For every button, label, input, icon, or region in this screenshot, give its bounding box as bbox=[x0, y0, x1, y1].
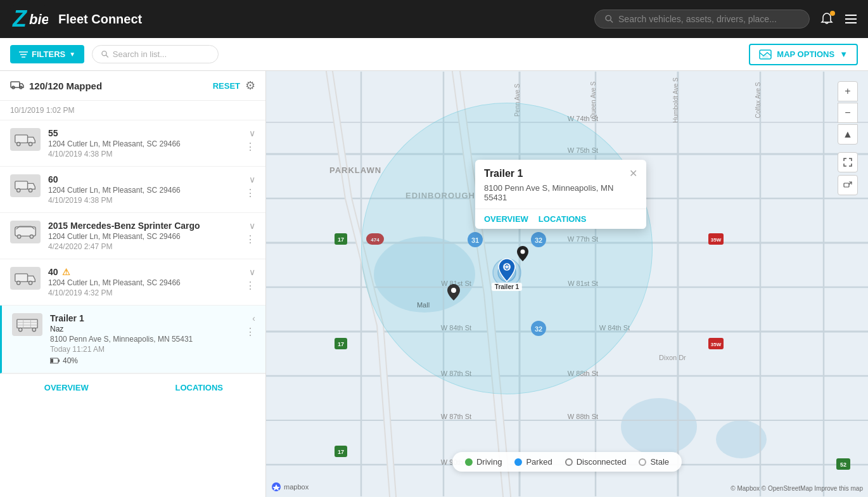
zoom-in-button[interactable]: + bbox=[838, 81, 858, 101]
svg-text:W 75th St: W 75th St bbox=[568, 146, 598, 154]
svg-point-29 bbox=[29, 281, 32, 285]
pin-label: Trailer 1 bbox=[492, 283, 522, 291]
svg-point-36 bbox=[32, 328, 35, 331]
svg-text:W 84th St: W 84th St bbox=[441, 324, 471, 332]
vehicle-address: 8100 Penn Ave S, Minneapolis, MN 55431 bbox=[50, 335, 238, 344]
svg-text:W 84th St: W 84th St bbox=[599, 324, 630, 332]
vehicle-info: 2015 Mercedes-Benz Sprinter Cargo 1204 C… bbox=[48, 221, 238, 251]
svg-point-20 bbox=[29, 143, 32, 146]
more-button[interactable]: ⋮ bbox=[245, 233, 255, 245]
header: Z bie Fleet Connect bbox=[0, 0, 868, 38]
svg-text:PARKLAWN: PARKLAWN bbox=[329, 165, 381, 175]
vehicle-thumb bbox=[10, 221, 41, 243]
map-options-button[interactable]: MAP OPTIONS ▼ bbox=[749, 44, 858, 65]
toolbar: FILTERS ▼ MAP OPTIONS ▼ bbox=[0, 38, 868, 71]
popup-overview-button[interactable]: OVERVIEW bbox=[484, 214, 528, 224]
parked-label: Parked bbox=[526, 457, 552, 467]
svg-text:EDINBOROUGH: EDINBOROUGH bbox=[405, 191, 475, 200]
svg-text:W 77th St: W 77th St bbox=[568, 235, 598, 243]
fullscreen-button[interactable] bbox=[838, 152, 858, 172]
vehicle-item[interactable]: 55 1204 Cutler Ln, Mt Pleasant, SC 29466… bbox=[0, 120, 265, 167]
map-controls: + − ▲ bbox=[838, 81, 858, 195]
vehicle-item[interactable]: 2015 Mercedes-Benz Sprinter Cargo 1204 C… bbox=[0, 213, 265, 259]
popup-actions: OVERVIEW LOCATIONS bbox=[475, 209, 646, 229]
popup-close-button[interactable]: ✕ bbox=[629, 167, 637, 179]
disconnected-label: Disconnected bbox=[577, 457, 627, 467]
svg-text:bie: bie bbox=[29, 11, 48, 27]
svg-rect-21 bbox=[15, 181, 28, 190]
list-search-input[interactable] bbox=[113, 49, 209, 59]
vehicle-item-selected[interactable]: Trailer 1 Naz 8100 Penn Ave S, Minneapol… bbox=[0, 306, 265, 373]
expand-button[interactable]: ∨ bbox=[249, 267, 255, 277]
mapbox-icon bbox=[271, 482, 281, 492]
vehicle-driver: Naz bbox=[50, 325, 238, 333]
battery-icon bbox=[50, 358, 60, 364]
fit-bounds-button[interactable] bbox=[838, 175, 858, 195]
vehicle-info: 60 1204 Cutler Ln, Mt Pleasant, SC 29466… bbox=[48, 174, 238, 205]
notification-button[interactable] bbox=[820, 12, 834, 26]
vehicle-address: 1204 Cutler Ln, Mt Pleasant, SC 29466 bbox=[48, 186, 238, 195]
north-button[interactable]: ▲ bbox=[838, 124, 858, 145]
expand-button[interactable]: ∨ bbox=[249, 174, 255, 184]
vehicle-name: 2015 Mercedes-Benz Sprinter Cargo bbox=[48, 221, 238, 231]
map-background: 31 32 32 17 17 17 W 74th St W 75th St W … bbox=[266, 71, 868, 497]
svg-rect-18 bbox=[15, 135, 28, 143]
item-actions: ∨ ⋮ bbox=[245, 267, 255, 292]
popup-header: Trailer 1 ✕ bbox=[475, 160, 646, 183]
date-entry: 10/1/2019 1:02 PM bbox=[0, 101, 265, 120]
expand-button[interactable]: ∨ bbox=[249, 221, 255, 231]
header-icons bbox=[820, 12, 858, 26]
svg-point-12 bbox=[102, 51, 106, 56]
map-pin-secondary[interactable] bbox=[516, 245, 529, 264]
reset-button[interactable]: RESET bbox=[213, 81, 240, 91]
svg-line-5 bbox=[610, 20, 613, 23]
popup-address: 8100 Penn Ave S, Minneapolis, MN 55431 bbox=[475, 183, 646, 209]
svg-point-25 bbox=[17, 235, 20, 238]
vehicle-time: 4/10/2019 4:38 PM bbox=[48, 196, 238, 205]
vehicle-item[interactable]: 60 1204 Cutler Ln, Mt Pleasant, SC 29466… bbox=[0, 167, 265, 213]
global-search[interactable] bbox=[594, 10, 810, 29]
popup-locations-button[interactable]: LOCATIONS bbox=[539, 214, 587, 224]
mapped-count: 120/120 Mapped bbox=[29, 81, 208, 91]
toolbar-right: MAP OPTIONS ▼ bbox=[749, 44, 858, 65]
vehicle-time: 4/10/2019 4:32 PM bbox=[48, 288, 238, 297]
map-options-chevron: ▼ bbox=[839, 49, 848, 59]
vehicle-header-icon bbox=[10, 79, 24, 93]
overview-button[interactable]: OVERVIEW bbox=[0, 379, 133, 396]
map-pin-mall[interactable] bbox=[447, 283, 461, 301]
legend-parked: Parked bbox=[514, 457, 552, 467]
item-actions: ‹ ⋮ bbox=[245, 313, 255, 338]
svg-rect-27 bbox=[15, 274, 28, 282]
warning-icon: ⚠ bbox=[62, 267, 70, 277]
svg-point-22 bbox=[17, 189, 20, 192]
menu-button[interactable] bbox=[844, 12, 858, 26]
svg-text:32: 32 bbox=[535, 325, 542, 333]
vehicle-name: 55 bbox=[48, 128, 238, 138]
vehicle-thumb bbox=[10, 174, 41, 197]
filters-button[interactable]: FILTERS ▼ bbox=[10, 45, 84, 63]
zoom-out-button[interactable]: − bbox=[838, 103, 858, 123]
more-button[interactable]: ⋮ bbox=[245, 326, 255, 338]
settings-icon[interactable]: ⚙ bbox=[245, 79, 255, 93]
vehicle-battery: 40% bbox=[50, 356, 238, 365]
global-search-input[interactable] bbox=[618, 14, 799, 24]
svg-text:17: 17 bbox=[338, 236, 344, 243]
vehicle-thumb bbox=[10, 128, 41, 151]
vehicle-thumb bbox=[12, 313, 42, 336]
more-button[interactable]: ⋮ bbox=[245, 141, 255, 153]
main-layout: 120/120 Mapped RESET ⚙ 10/1/2019 1:02 PM bbox=[0, 71, 868, 497]
expand-button[interactable]: ‹ bbox=[252, 313, 255, 323]
vehicle-item[interactable]: 40 ⚠ 1204 Cutler Ln, Mt Pleasant, SC 294… bbox=[0, 259, 265, 306]
svg-point-4 bbox=[606, 15, 611, 20]
svg-rect-106 bbox=[844, 183, 849, 187]
more-button[interactable]: ⋮ bbox=[245, 187, 255, 199]
locations-button[interactable]: LOCATIONS bbox=[133, 379, 266, 396]
svg-rect-40 bbox=[266, 72, 868, 496]
list-search[interactable] bbox=[92, 45, 219, 63]
mapbox-logo: mapbox bbox=[271, 482, 309, 492]
more-button[interactable]: ⋮ bbox=[245, 280, 255, 292]
svg-text:52: 52 bbox=[840, 462, 846, 468]
expand-button[interactable]: ∨ bbox=[249, 128, 255, 138]
svg-rect-30 bbox=[17, 320, 37, 328]
logo: Z bie bbox=[10, 5, 48, 33]
